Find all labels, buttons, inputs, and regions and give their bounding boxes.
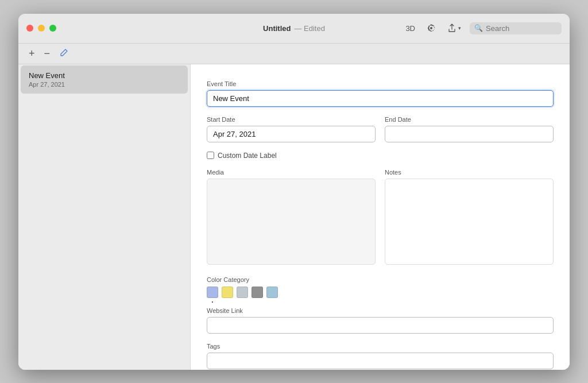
color-swatch-teal[interactable] [266, 287, 278, 298]
color-swatch-gray[interactable] [252, 287, 263, 298]
end-date-input[interactable] [385, 126, 554, 142]
color-swatch-yellow[interactable] [222, 287, 233, 298]
notes-label: Notes [385, 169, 554, 176]
sidebar-item-title: New Event [29, 71, 180, 80]
traffic-lights [26, 25, 56, 32]
titlebar-right: 3D ▾ 🔍 [403, 22, 562, 34]
end-date-field: End Date [385, 116, 554, 142]
color-swatches [207, 287, 554, 298]
share-button[interactable]: ▾ [444, 22, 464, 34]
titlebar: Untitled — Edited 3D ▾ 🔍 [18, 14, 570, 44]
tags-input[interactable] [207, 353, 554, 369]
color-swatch-light-gray[interactable] [237, 287, 248, 298]
edit-event-button[interactable] [57, 47, 71, 60]
remove-event-button[interactable]: − [42, 47, 53, 60]
end-date-label: End Date [385, 116, 554, 123]
custom-date-label: Custom Date Label [218, 152, 277, 160]
main-content: New Event Apr 27, 2021 Event Title Start… [18, 64, 570, 370]
3d-button[interactable]: 3D [403, 22, 418, 34]
dates-row: Start Date End Date [207, 116, 554, 142]
window-edited: — Edited [294, 24, 324, 33]
sidebar: New Event Apr 27, 2021 [18, 64, 191, 370]
tags-label: Tags [207, 343, 554, 350]
add-event-button[interactable]: + [26, 47, 37, 60]
pencil-icon [59, 48, 68, 57]
start-date-input[interactable] [207, 126, 376, 142]
media-section: Media [207, 169, 376, 267]
media-box[interactable] [207, 179, 376, 265]
color-category-section: Color Category [207, 276, 554, 298]
search-icon: 🔍 [474, 24, 483, 32]
window-title-group: Untitled — Edited [263, 24, 325, 33]
media-notes-row: Media Notes [207, 169, 554, 267]
event-title-label: Event Title [207, 80, 554, 87]
media-label: Media [207, 169, 376, 176]
color-swatch-blue[interactable] [207, 287, 218, 298]
website-link-label: Website Link [207, 307, 554, 314]
share-icon [447, 24, 457, 33]
main-window: Untitled — Edited 3D ▾ 🔍 [18, 14, 570, 370]
bottom-toolbar: + − [18, 44, 570, 64]
start-date-label: Start Date [207, 116, 376, 123]
minimize-button[interactable] [38, 25, 45, 32]
close-button[interactable] [26, 25, 33, 32]
window-title: Untitled [263, 24, 291, 33]
notes-section: Notes [385, 169, 554, 267]
start-date-field: Start Date [207, 116, 376, 142]
website-link-input[interactable] [207, 317, 554, 334]
detail-panel: Event Title Start Date End Date Custom D… [191, 64, 570, 370]
tags-field: Tags [207, 343, 554, 369]
sidebar-item-date: Apr 27, 2021 [29, 81, 180, 88]
event-title-input[interactable] [207, 90, 554, 107]
gear-icon [427, 24, 436, 33]
event-title-field: Event Title [207, 80, 554, 107]
color-category-label: Color Category [207, 276, 554, 283]
website-link-field: Website Link [207, 307, 554, 334]
settings-button[interactable] [424, 22, 439, 34]
custom-date-row: Custom Date Label [207, 152, 554, 160]
search-box[interactable]: 🔍 [470, 22, 562, 34]
notes-input[interactable] [385, 179, 554, 265]
custom-date-checkbox[interactable] [207, 152, 214, 159]
maximize-button[interactable] [49, 25, 56, 32]
sidebar-item[interactable]: New Event Apr 27, 2021 [21, 65, 188, 94]
chevron-down-icon: ▾ [458, 25, 461, 31]
search-input[interactable] [486, 24, 557, 33]
